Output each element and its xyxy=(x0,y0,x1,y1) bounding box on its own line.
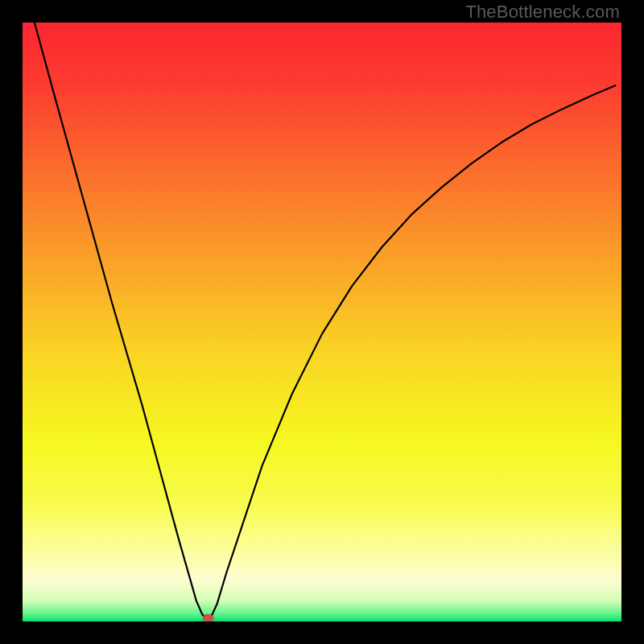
bottleneck-chart xyxy=(23,23,621,621)
chart-background xyxy=(23,23,621,621)
watermark-text: TheBottleneck.com xyxy=(465,2,620,23)
chart-frame xyxy=(23,23,621,621)
